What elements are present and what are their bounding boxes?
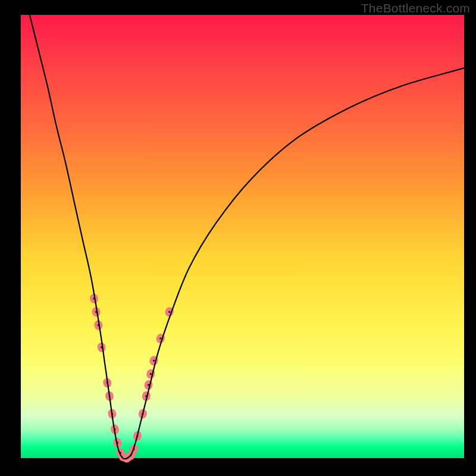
plot-area xyxy=(21,15,464,458)
svg-point-43 xyxy=(168,311,170,313)
bead-markers xyxy=(89,293,175,464)
bead-marker xyxy=(146,368,156,380)
svg-point-41 xyxy=(159,337,161,339)
svg-point-37 xyxy=(150,373,152,375)
bottleneck-curve xyxy=(30,15,464,459)
watermark-text: TheBottleneck.com xyxy=(361,1,470,15)
chart-frame: TheBottleneck.com xyxy=(0,0,476,476)
chart-svg xyxy=(21,15,464,458)
svg-point-39 xyxy=(153,360,155,362)
